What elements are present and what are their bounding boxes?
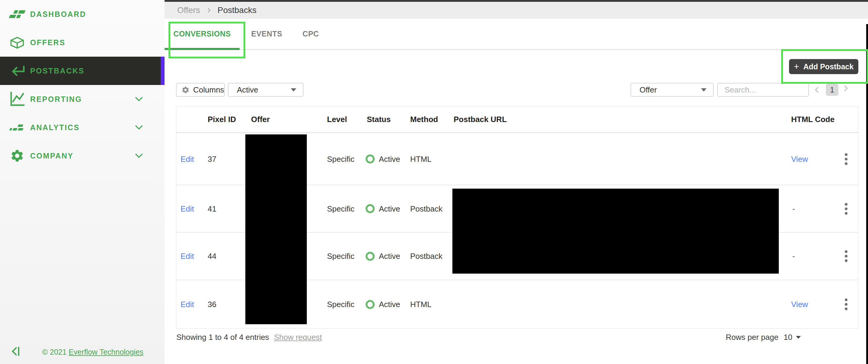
view-html-link[interactable]: View bbox=[791, 154, 808, 163]
col-level: Level bbox=[327, 115, 347, 124]
level-cell: Specific bbox=[327, 252, 354, 261]
chevron-right-icon[interactable] bbox=[843, 85, 852, 94]
col-html-code: HTML Code bbox=[791, 115, 835, 124]
everflow-technologies-link[interactable]: Everflow Technologies bbox=[69, 348, 144, 356]
col-pixel-id: Pixel ID bbox=[208, 115, 236, 124]
package-icon bbox=[8, 35, 27, 50]
status-active-icon bbox=[366, 252, 375, 261]
rows-per-page-value: 10 bbox=[784, 333, 792, 342]
sidebar-item-offers[interactable]: OFFERS bbox=[0, 28, 164, 57]
status-cell: Active bbox=[366, 154, 400, 163]
level-cell: Specific bbox=[327, 154, 354, 163]
sidebar-item-reporting[interactable]: REPORTING bbox=[0, 85, 164, 113]
everflow-logo-icon bbox=[8, 10, 27, 18]
status-cell: Active bbox=[366, 300, 400, 309]
caret-down-icon bbox=[701, 88, 707, 92]
sidebar-item-label: ANALYTICS bbox=[30, 123, 80, 132]
offer-filter-value: Offer bbox=[640, 85, 657, 95]
row-actions-kebab-icon[interactable] bbox=[843, 151, 849, 166]
tab-conversions[interactable]: CONVERSIONS bbox=[164, 19, 240, 49]
columns-label: Columns bbox=[193, 85, 224, 95]
sidebar-item-postbacks[interactable]: POSTBACKS bbox=[0, 57, 164, 85]
edit-link[interactable]: Edit bbox=[181, 300, 194, 309]
main-content: Offers Postbacks CONVERSIONS EVENTS CPC … bbox=[164, 0, 868, 364]
row-actions-kebab-icon[interactable] bbox=[843, 201, 849, 216]
rows-per-page-select[interactable]: 10 bbox=[784, 333, 801, 342]
chevron-down-icon bbox=[134, 153, 144, 159]
redaction-offer-column bbox=[245, 134, 307, 324]
pixel-id-cell: 37 bbox=[208, 154, 216, 163]
tab-cpc[interactable]: CPC bbox=[294, 19, 328, 49]
edit-link[interactable]: Edit bbox=[181, 204, 194, 213]
plus-icon: + bbox=[794, 61, 799, 72]
status-active-icon bbox=[366, 300, 375, 309]
pagination-top: 1 bbox=[812, 84, 852, 96]
caret-down-icon bbox=[291, 88, 296, 92]
edit-link[interactable]: Edit bbox=[181, 154, 194, 163]
method-cell: Postback bbox=[410, 252, 442, 261]
line-chart-icon bbox=[8, 91, 27, 107]
status-label: Active bbox=[379, 204, 400, 213]
add-postback-button[interactable]: + Add Postback bbox=[789, 59, 858, 74]
col-postback-url: Postback URL bbox=[454, 115, 507, 124]
return-arrow-icon bbox=[8, 64, 27, 78]
gear-icon bbox=[181, 86, 190, 94]
search-box bbox=[717, 83, 809, 97]
postbacks-page: DASHBOARD OFFERS POSTBACKS bbox=[0, 0, 868, 364]
pixel-id-cell: 44 bbox=[208, 252, 216, 261]
slanted-bars-icon bbox=[8, 124, 27, 130]
postbacks-table: Pixel ID Offer Level Status Method Postb… bbox=[176, 106, 858, 329]
breadcrumb-chevron-icon bbox=[206, 7, 212, 13]
show-request-link[interactable]: Show request bbox=[274, 333, 322, 342]
method-cell: HTML bbox=[410, 300, 432, 309]
collapse-sidebar-icon[interactable] bbox=[10, 345, 22, 359]
table-footer: Showing 1 to 4 of 4 entriesShow request … bbox=[164, 329, 868, 346]
sidebar-item-label: REPORTING bbox=[30, 95, 82, 104]
offer-filter-select[interactable]: Offer bbox=[630, 83, 714, 97]
tab-label: EVENTS bbox=[251, 30, 282, 38]
status-cell: Active bbox=[366, 252, 400, 261]
chevron-down-icon bbox=[134, 96, 144, 102]
pixel-id-cell: 36 bbox=[208, 300, 216, 309]
page-number[interactable]: 1 bbox=[826, 84, 838, 96]
status-cell: Active bbox=[366, 204, 400, 213]
status-label: Active bbox=[379, 252, 400, 261]
sidebar-item-label: OFFERS bbox=[30, 38, 65, 47]
breadcrumb: Offers Postbacks bbox=[164, 2, 868, 19]
sidebar-item-company[interactable]: COMPANY bbox=[0, 142, 164, 170]
chevron-left-icon[interactable] bbox=[812, 85, 822, 94]
status-active-icon bbox=[366, 155, 375, 163]
redacted-scrollbar-strip bbox=[866, 24, 868, 364]
active-tab-underline bbox=[164, 48, 240, 50]
col-offer: Offer bbox=[251, 115, 270, 124]
chevron-down-icon bbox=[134, 124, 144, 130]
search-input[interactable] bbox=[724, 85, 802, 95]
status-filter-value: Active bbox=[237, 85, 258, 95]
sidebar-item-analytics[interactable]: ANALYTICS bbox=[0, 113, 164, 142]
sidebar-item-label: DASHBOARD bbox=[30, 10, 86, 19]
tab-label: CONVERSIONS bbox=[173, 30, 230, 38]
breadcrumb-offers[interactable]: Offers bbox=[177, 5, 200, 15]
edit-link[interactable]: Edit bbox=[181, 252, 194, 261]
status-filter-select[interactable]: Active bbox=[228, 83, 304, 97]
view-html-link[interactable]: View bbox=[791, 300, 808, 309]
pixel-id-cell: 41 bbox=[208, 204, 216, 213]
row-actions-kebab-icon[interactable] bbox=[843, 249, 849, 264]
status-label: Active bbox=[379, 300, 400, 309]
col-status: Status bbox=[367, 115, 391, 124]
method-cell: Postback bbox=[410, 204, 442, 213]
sidebar-item-label: POSTBACKS bbox=[30, 67, 84, 75]
showing-entries: Showing 1 to 4 of 4 entriesShow request bbox=[176, 333, 322, 342]
sidebar-item-dashboard[interactable]: DASHBOARD bbox=[0, 0, 164, 28]
method-cell: HTML bbox=[410, 154, 432, 163]
row-actions-kebab-icon[interactable] bbox=[843, 297, 849, 312]
html-code-dash: - bbox=[792, 252, 795, 261]
tab-events[interactable]: EVENTS bbox=[240, 19, 294, 49]
rows-per-page-label: Rows per page bbox=[726, 333, 778, 342]
status-label: Active bbox=[379, 154, 400, 163]
table-header: Pixel ID Offer Level Status Method Postb… bbox=[176, 107, 858, 133]
level-cell: Specific bbox=[327, 204, 354, 213]
level-cell: Specific bbox=[327, 300, 354, 309]
redaction-postback-url bbox=[453, 189, 779, 274]
columns-button[interactable]: Columns bbox=[176, 83, 225, 97]
